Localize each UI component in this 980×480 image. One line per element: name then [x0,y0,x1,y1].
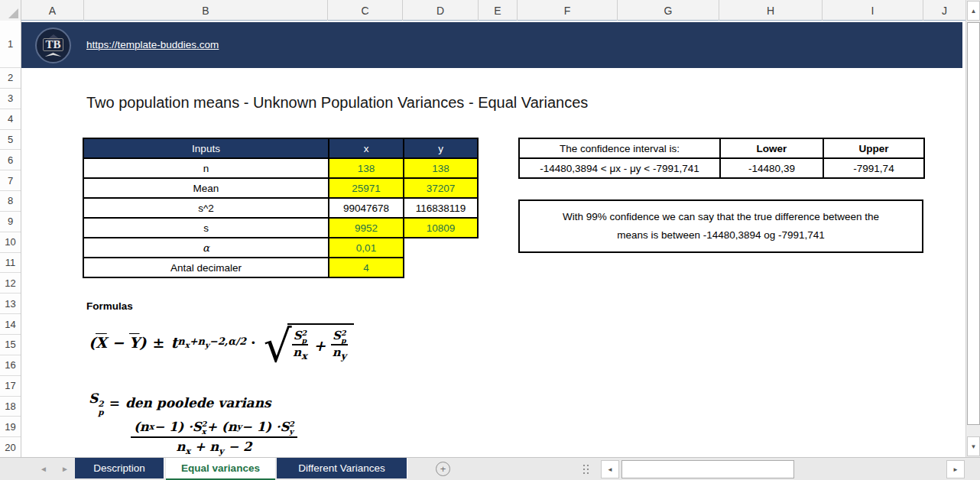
cell-s-label[interactable]: s [83,218,329,238]
column-header-b[interactable]: B [84,0,328,21]
cell-s-y[interactable]: 10809 [404,218,478,238]
right-arrow-icon: ► [952,466,959,473]
cell-decimals-label[interactable]: Antal decimaler [83,258,329,277]
row-header-7[interactable]: 7 [0,170,21,191]
cell-n-y[interactable]: 138 [404,158,478,178]
column-header-a[interactable]: A [21,0,84,21]
cell-mean-x[interactable]: 25971 [329,178,404,198]
cell-decimals-x[interactable]: 4 [329,258,404,277]
table-row: Mean 25971 37207 [83,178,478,198]
tab-equal-variances[interactable]: Equal variances [166,458,275,480]
inputs-col-x-header[interactable]: x [329,138,404,158]
table-row: α 0,01 [83,238,478,258]
row-header-9[interactable]: 9 [0,212,21,232]
row-header-20[interactable]: 20 [0,437,21,457]
column-header-g[interactable]: G [618,0,719,21]
lower-value-cell[interactable]: -14480,39 [720,158,823,178]
inputs-header-cell[interactable]: Inputs [83,138,329,158]
sheet-tab-bar: ◄ ► Description Equal variances Differen… [0,457,980,480]
column-header-h[interactable]: H [719,0,823,21]
row-header-19[interactable]: 19 [0,417,21,437]
page-title[interactable]: Two population means - Unknown Populatio… [86,94,588,112]
upper-value-cell[interactable]: -7991,74 [823,158,924,178]
row-header-13[interactable]: 13 [0,294,21,314]
select-all-corner[interactable] [0,0,21,21]
row-header-5[interactable]: 5 [0,130,21,151]
cell-s-x[interactable]: 9952 [329,218,404,238]
tab-nav-right-icon[interactable]: ► [61,465,69,473]
lower-header-cell[interactable]: Lower [720,138,823,158]
scroll-up-button[interactable]: ▲ [967,1,980,21]
tab-nav-left-icon[interactable]: ◄ [40,465,47,473]
column-header-j[interactable]: J [923,0,965,21]
row-header-6[interactable]: 6 [0,150,21,170]
inputs-col-y-header[interactable]: y [404,138,478,158]
table-row: s^2 99047678 116838119 [83,198,478,218]
cell-mean-y[interactable]: 37207 [404,178,478,198]
row-header-15[interactable]: 15 [0,335,21,355]
table-row: -14480,3894 < μx - μy < -7991,741 -14480… [519,158,924,178]
template-buddies-logo: TB [35,28,71,63]
template-buddies-link[interactable]: https://template-buddies.com [86,39,219,50]
sheet-area: TB https://template-buddies.com Two popu… [21,21,965,457]
row-header-14[interactable]: 14 [0,314,21,335]
up-arrow-icon: ▲ [971,8,977,15]
row-header-2[interactable]: 2 [0,68,21,89]
vertical-scrollbar[interactable]: ▲ ▼ [965,0,980,457]
interval-text-cell[interactable]: -14480,3894 < μx - μy < -7991,741 [519,158,720,178]
cell-s2-y[interactable]: 116838119 [404,198,478,218]
cell-n-label[interactable]: n [83,158,329,178]
table-row: n 138 138 [83,158,478,178]
row-header-4[interactable]: 4 [0,109,21,130]
horizontal-scrollbar[interactable]: ◄ ► [601,460,965,478]
row-header-10[interactable]: 10 [0,232,21,253]
cell-mean-label[interactable]: Mean [83,178,329,198]
brand-banner: TB https://template-buddies.com [21,22,962,68]
cell-alpha-label[interactable]: α [83,238,329,258]
scroll-right-button[interactable]: ► [946,460,965,478]
cell-s2-label[interactable]: s^2 [83,198,329,218]
row-header-17[interactable]: 17 [0,376,21,397]
row-header-16[interactable]: 16 [0,355,21,376]
confidence-interval-formula: (X − Y) ± tnx+ny−2,α/2 · √ S2p nx + S2p … [89,323,354,362]
row-header-3[interactable]: 3 [0,89,21,109]
empty-cell[interactable] [404,258,478,277]
plus-icon: + [440,464,446,474]
scrollbar-resize-handle[interactable] [583,465,585,466]
column-header-e[interactable]: E [479,0,518,21]
row-header-11[interactable]: 11 [0,253,21,274]
formulas-heading: Formulas [86,300,133,312]
logo-monogram: TB [43,38,63,51]
confidence-table: The confidence interval is: Lower Upper … [518,138,925,179]
cell-s2-x[interactable]: 99047678 [329,198,404,218]
add-sheet-button[interactable]: + [436,462,450,476]
tab-different-variances[interactable]: Different Variances [277,458,407,478]
row-header-18[interactable]: 18 [0,397,21,417]
row-header-12[interactable]: 12 [0,273,21,294]
column-header-i[interactable]: I [823,0,923,21]
table-row: s 9952 10809 [83,218,478,238]
row-header-8[interactable]: 8 [0,191,21,212]
note-line-1: With 99% confidence we can say that the … [563,208,879,226]
column-header-d[interactable]: D [403,0,479,21]
empty-cell[interactable] [404,238,478,258]
horizontal-scrollbar-thumb[interactable] [621,460,794,478]
confidence-header-cell[interactable]: The confidence interval is: [519,138,720,158]
column-header-f[interactable]: F [518,0,618,21]
cell-n-x[interactable]: 138 [329,158,404,178]
scroll-down-button[interactable]: ▼ [967,436,980,456]
excel-window: A B C D E F G H I J 1 2 3 4 5 6 7 8 9 10… [0,0,980,480]
vertical-scrollbar-thumb[interactable] [967,22,980,425]
scroll-left-button[interactable]: ◄ [601,460,619,478]
radical-icon: √ [264,329,292,364]
row-header-1[interactable]: 1 [0,21,21,68]
pooled-variance-formula: S2p = den poolede varians (nx − 1) · S2x… [89,391,297,456]
inputs-header-row: Inputs x y [83,138,478,158]
cell-alpha-x[interactable]: 0,01 [329,238,404,258]
column-header-c[interactable]: C [328,0,403,21]
tab-description[interactable]: Description [75,458,164,478]
row-header-bar: 1 2 3 4 5 6 7 8 9 10 11 12 13 14 15 16 1… [0,21,21,457]
upper-header-cell[interactable]: Upper [823,138,924,158]
confidence-note-box[interactable]: With 99% confidence we can say that the … [518,199,923,253]
left-arrow-icon: ◄ [607,466,613,473]
